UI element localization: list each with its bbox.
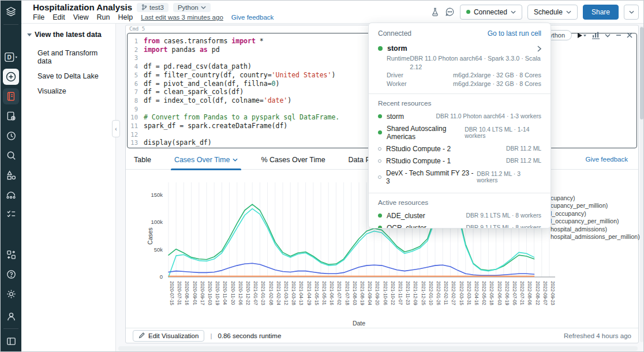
help-icon[interactable] [3, 266, 19, 282]
share-button[interactable]: Share [583, 5, 619, 20]
resource-row[interactable]: RStudio Compute - 2DBR 11.2 ML [369, 143, 551, 155]
settings-icon[interactable] [3, 286, 19, 302]
account-icon[interactable] [3, 308, 19, 324]
notebook-header: Hospitalization Analysis test3 Python Fi… [21, 1, 644, 24]
svg-text:2022-09-23: 2022-09-23 [550, 281, 555, 305]
cell-minimize-icon[interactable] [616, 32, 621, 38]
svg-text:2020-12-22: 2020-12-22 [245, 281, 250, 305]
notebook-language-selector[interactable]: Python [173, 3, 211, 12]
toc-section-header[interactable]: View the latest data [27, 31, 111, 39]
branch-badge[interactable]: test3 [137, 3, 169, 12]
svg-text:2020-09-17: 2020-09-17 [200, 281, 205, 305]
cell-collapse-icon[interactable] [605, 33, 611, 38]
svg-text:2021-12-09: 2021-12-09 [413, 281, 418, 305]
footer-separator: | [210, 332, 212, 339]
svg-text:2021-03-12: 2021-03-12 [283, 281, 289, 305]
svg-text:2021-04-13: 2021-04-13 [298, 281, 304, 305]
data-catalog-icon[interactable] [3, 167, 19, 183]
tab-table[interactable]: Table [134, 150, 151, 170]
connected-status-dot [466, 10, 470, 14]
svg-text:2021-11-07: 2021-11-07 [398, 281, 403, 305]
workflows-icon[interactable] [3, 206, 19, 222]
schedule-button[interactable]: Schedule [527, 5, 578, 20]
svg-text:2022-01-26: 2022-01-26 [436, 281, 441, 305]
resource-row[interactable]: ADE_clusterDBR 9.1 LTS ML · 8 workers [369, 209, 551, 222]
recents-icon[interactable] [3, 128, 19, 144]
notebook-icon[interactable] [3, 88, 19, 104]
cell-close-icon[interactable] [627, 32, 632, 38]
edit-visualization-button[interactable]: Edit Visualization [133, 330, 204, 342]
svg-text:2021-04-29: 2021-04-29 [306, 281, 312, 305]
svg-text:2022-08-22: 2022-08-22 [535, 281, 540, 305]
results-give-feedback-link[interactable]: Give feedback [585, 156, 628, 163]
scrollbar-thumb[interactable] [640, 27, 643, 119]
toc-item-visualize[interactable]: Visualize [27, 84, 111, 99]
give-feedback-link[interactable]: Give feedback [231, 14, 274, 21]
chart-legend-clipped[interactable]: cupancy)cupancy_per_million)l_occupancy)… [551, 194, 640, 241]
menu-help[interactable]: Help [118, 13, 133, 21]
run-cell-button[interactable] [577, 32, 587, 39]
search-icon[interactable] [3, 147, 19, 163]
resource-row[interactable]: Shared Autoscaling AmericasDBR 10.4 LTS … [369, 122, 551, 143]
resource-row[interactable]: DevX - Tech Summit FY 23 - 3DBR 11.2 ML … [369, 167, 551, 187]
menu-run[interactable]: Run [97, 13, 110, 21]
comments-icon[interactable] [445, 7, 455, 17]
resource-status-dot [378, 226, 382, 229]
cluster-dropdown-panel: Connected Go to last run cell storm Runt… [368, 23, 551, 229]
repos-icon[interactable] [3, 108, 19, 124]
svg-text:2021-09-04: 2021-09-04 [367, 281, 372, 305]
svg-text:2021-06-16: 2021-06-16 [329, 281, 334, 305]
svg-text:2021-09-20: 2021-09-20 [375, 281, 380, 305]
menu-file[interactable]: File [33, 13, 44, 21]
toc-item-save-delta[interactable]: Save to Delta Lake [27, 69, 111, 84]
chart-view-icon[interactable] [592, 31, 600, 39]
resource-row[interactable]: OCR_clusterDBR 9.1 LTS ML · 8 workers [369, 222, 551, 229]
svg-text:Date: Date [353, 320, 365, 327]
resource-status-dot [378, 114, 382, 118]
svg-text:2020-07-31: 2020-07-31 [177, 281, 182, 305]
cluster-detail-runtime: RuntimeDBR 11.0 Photon aarch64 · Spark 3… [369, 54, 551, 71]
header-more-button[interactable] [624, 5, 639, 20]
cell-toolbar: Python [538, 30, 632, 40]
resource-row[interactable]: RStudio Compute - 1DBR 11.2 ML [369, 155, 551, 167]
vertical-scrollbar[interactable] [640, 26, 643, 342]
svg-text:2022-05-02: 2022-05-02 [481, 281, 486, 305]
tab-pct-cases-over-time[interactable]: % Cases Over Time [261, 150, 325, 170]
svg-text:2022-01-10: 2022-01-10 [428, 281, 433, 305]
svg-text:2022-09-07: 2022-09-07 [542, 281, 548, 305]
menu-view[interactable]: View [73, 13, 89, 21]
toc-collapse-handle[interactable]: ‹ [112, 120, 120, 137]
menu-edit[interactable]: Edit [53, 13, 65, 21]
connected-dropdown-button[interactable]: Connected [460, 5, 522, 20]
cluster-status-dot [378, 46, 383, 51]
workspace-switcher-icon[interactable]: D [3, 49, 19, 65]
partner-connect-icon[interactable] [3, 246, 19, 263]
svg-text:2020-07-15: 2020-07-15 [169, 281, 174, 305]
svg-text:2022-02-27: 2022-02-27 [451, 281, 456, 305]
compute-icon[interactable] [3, 186, 19, 203]
svg-text:2020-10-03: 2020-10-03 [207, 281, 212, 305]
attached-cluster-row[interactable]: storm [369, 43, 551, 54]
go-to-last-run-cell-link[interactable]: Go to last run cell [488, 29, 541, 38]
chevron-right-icon [537, 46, 541, 52]
recent-resources-header: Recent resources [369, 94, 551, 110]
svg-text:D: D [8, 54, 12, 61]
tab-cases-over-time[interactable]: Cases Over Time [174, 150, 238, 170]
toc-item-get-transform[interactable]: Get and Transform data [27, 46, 111, 69]
new-item-button[interactable] [3, 69, 19, 85]
resource-row[interactable]: stormDBR 11.0 Photon aarch64 · 1-3 worke… [369, 110, 551, 122]
svg-text:2022-06-19: 2022-06-19 [504, 281, 510, 305]
horizontal-scrollbar[interactable] [118, 346, 638, 351]
last-edit-status[interactable]: Last edit was 3 minutes ago [141, 14, 223, 21]
experiment-icon[interactable] [430, 7, 440, 17]
svg-text:2020-10-19: 2020-10-19 [215, 281, 220, 305]
pencil-icon [138, 332, 145, 339]
svg-text:2021-02-24: 2021-02-24 [276, 281, 281, 305]
databricks-logo-icon[interactable] [3, 4, 19, 20]
svg-text:150k: 150k [151, 192, 163, 198]
notebook-title: Hospitalization Analysis [33, 2, 132, 12]
svg-text:2020-09-01: 2020-09-01 [192, 281, 197, 305]
svg-text:2020-11-04: 2020-11-04 [222, 281, 227, 305]
panel-toggle-icon[interactable] [3, 333, 19, 349]
svg-text:2021-01-07: 2021-01-07 [253, 281, 258, 305]
